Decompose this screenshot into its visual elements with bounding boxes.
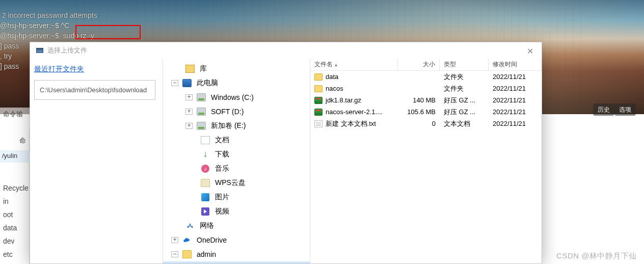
recent-folders-header[interactable]: 最近打开文件夹 <box>34 65 84 73</box>
list-item[interactable]: etc <box>3 248 29 261</box>
close-icon: ✕ <box>527 46 533 56</box>
table-row[interactable]: nacos文件夹2022/11/21 <box>310 83 542 94</box>
expand-icon[interactable]: + <box>185 94 193 100</box>
tree-item-network[interactable]: 网络 <box>163 219 310 233</box>
watermark: CSDN @林中静月下仙 <box>556 251 637 261</box>
table-row[interactable]: nacos-server-2.1....105.6 MB好压 GZ ...202… <box>310 106 542 118</box>
music-icon: ♪ <box>201 165 210 173</box>
file-date: 2022/11/21 <box>489 108 542 116</box>
tree-item-drive-d[interactable]: +SOFT (D:) <box>163 104 310 119</box>
col-header-date[interactable]: 修改时间 <box>489 59 542 71</box>
file-name: nacos-server-2.1.... <box>326 108 383 116</box>
tree-item-music[interactable]: ♪音乐 <box>163 162 310 176</box>
list-item[interactable]: oot <box>3 208 29 221</box>
file-name: jdk1.8.tar.gz <box>326 96 361 104</box>
collapse-icon[interactable]: − <box>171 251 178 257</box>
list-header: 文件名▴ 大小 类型 修改时间 <box>310 59 542 71</box>
upload-dialog: 选择上传文件 ✕ 最近打开文件夹 C:\Users\admin\Desktop\… <box>30 42 542 264</box>
red-annotation-box <box>75 25 141 39</box>
tree-item-library[interactable]: 库 <box>163 62 310 76</box>
file-date: 2022/11/21 <box>489 85 542 92</box>
file-list: 文件名▴ 大小 类型 修改时间 data文件夹2022/11/21nacos文件… <box>310 59 542 263</box>
table-row[interactable]: data文件夹2022/11/21 <box>310 71 542 83</box>
network-icon <box>185 222 195 230</box>
folder-icon <box>314 85 323 92</box>
dialog-titlebar[interactable]: 选择上传文件 <box>30 42 542 59</box>
file-size: 0 <box>398 120 440 127</box>
pc-icon <box>182 79 192 87</box>
tree-item-downloads[interactable]: ↓下载 <box>163 147 310 162</box>
file-size: 140 MB <box>398 96 440 104</box>
file-type: 文件夹 <box>440 84 489 93</box>
txt-icon <box>314 120 323 127</box>
collapse-icon[interactable]: − <box>171 80 178 86</box>
drive-icon <box>197 93 206 101</box>
sort-asc-icon: ▴ <box>335 62 337 67</box>
photos-icon <box>201 193 210 201</box>
expand-icon[interactable]: + <box>185 109 193 115</box>
recent-path-box[interactable]: C:\Users\admin\Desktop\fsdownload <box>34 80 155 100</box>
col-header-name[interactable]: 文件名▴ <box>310 59 398 71</box>
file-date: 2022/11/21 <box>489 120 542 127</box>
tree-item-drive-e[interactable]: +新加卷 (E:) <box>163 119 310 133</box>
tree-item-photos[interactable]: 图片 <box>163 190 310 204</box>
folder-icon <box>182 250 192 258</box>
dialog-title-text: 选择上传文件 <box>47 46 87 55</box>
video-icon <box>201 207 210 216</box>
file-size: 105.6 MB <box>398 108 440 116</box>
tree-item-fsdownload[interactable]: −fsdownload <box>163 261 310 263</box>
left-bar-label: 命 <box>19 136 26 145</box>
tree-item-videos[interactable]: 视频 <box>163 204 310 219</box>
col-header-type[interactable]: 类型 <box>440 59 489 71</box>
tree-item-onedrive[interactable]: +OneDrive <box>163 233 310 247</box>
folder-icon <box>314 73 323 81</box>
file-name: 新建 文本文档.txt <box>326 119 376 128</box>
list-item[interactable]: data <box>3 221 29 234</box>
table-row[interactable]: 新建 文本文档.txt0文本文档2022/11/21 <box>310 118 542 129</box>
history-button[interactable]: 历史 <box>593 103 614 116</box>
expand-icon[interactable]: + <box>185 123 193 129</box>
file-rows: data文件夹2022/11/21nacos文件夹2022/11/21jdk1.… <box>310 71 542 263</box>
list-item[interactable]: Recycle <box>3 181 29 195</box>
file-date: 2022/11/21 <box>489 73 542 81</box>
tree-item-admin[interactable]: −admin <box>163 247 310 261</box>
dialog-icon <box>36 48 43 53</box>
recent-column: 最近打开文件夹 C:\Users\admin\Desktop\fsdownloa… <box>30 59 163 263</box>
cloud-icon <box>182 236 192 244</box>
folder-tree: 库 −此电脑 +Windows (C:) +SOFT (D:) +新加卷 (E:… <box>163 59 310 263</box>
file-type: 好压 GZ ... <box>440 96 489 105</box>
tree-item-wps[interactable]: WPS云盘 <box>163 176 310 190</box>
document-icon <box>201 136 210 144</box>
gz-icon <box>314 97 323 104</box>
tree-item-drive-c[interactable]: +Windows (C:) <box>163 90 310 104</box>
close-button[interactable]: ✕ <box>522 45 538 57</box>
gz-icon <box>314 109 323 116</box>
drive-icon <box>197 108 206 116</box>
term-line: ] pass <box>0 62 19 70</box>
term-line: 2 incorrect password attempts <box>0 11 97 19</box>
folder-icon <box>201 179 210 187</box>
file-type: 文本文档 <box>440 119 489 128</box>
term-line: @hsj-hp-server:~$ ^C <box>0 21 69 30</box>
options-button[interactable]: 选项 <box>614 103 636 116</box>
file-name: data <box>326 73 338 81</box>
drive-icon <box>197 122 206 130</box>
list-item[interactable]: in <box>3 195 29 208</box>
term-line: , try <box>0 52 12 60</box>
download-icon: ↓ <box>201 150 210 159</box>
file-date: 2022/11/21 <box>489 96 542 104</box>
col-header-size[interactable]: 大小 <box>398 59 440 71</box>
term-line: ] pass <box>0 42 19 50</box>
file-name: nacos <box>326 85 343 92</box>
file-type: 文件夹 <box>440 72 489 82</box>
tree-item-this-pc[interactable]: −此电脑 <box>163 76 310 90</box>
file-type: 好压 GZ ... <box>440 108 489 117</box>
tree-item-documents[interactable]: 文档 <box>163 133 310 147</box>
left-file-list: Recycle in oot data dev etc <box>3 181 29 261</box>
table-row[interactable]: jdk1.8.tar.gz140 MB好压 GZ ...2022/11/21 <box>310 94 542 106</box>
expand-icon[interactable]: + <box>171 237 178 243</box>
list-item[interactable]: dev <box>3 234 29 248</box>
path-tab-yulin[interactable]: /yulin <box>0 150 31 163</box>
library-icon <box>185 65 195 73</box>
